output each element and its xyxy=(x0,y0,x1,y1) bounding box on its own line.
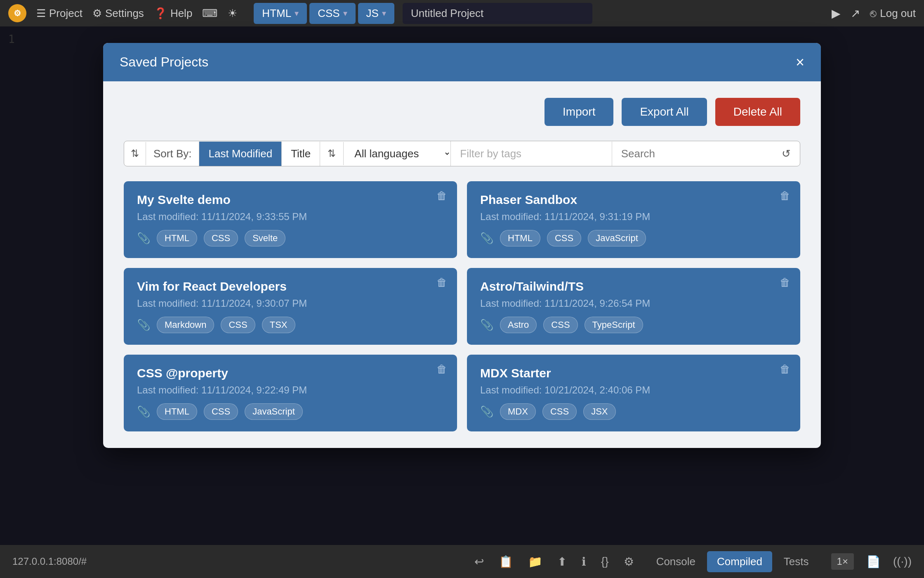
search-input[interactable] xyxy=(612,142,773,166)
project-footer: 📎 MarkdownCSSTSX xyxy=(137,317,444,333)
pin-icon[interactable]: 📎 xyxy=(137,319,150,332)
project-date: Last modified: 11/11/2024, 9:33:55 PM xyxy=(137,211,444,223)
theme-icon: ☀ xyxy=(228,7,237,20)
sort-icon: ⇅ xyxy=(124,142,146,165)
refresh-icon[interactable]: ↺ xyxy=(773,142,800,166)
tests-tab[interactable]: Tests xyxy=(774,551,819,572)
url-display: 127.0.0.1:8080/# xyxy=(12,556,87,567)
project-title: Vim for React Developers xyxy=(137,280,444,294)
project-tag: CSS xyxy=(204,230,238,246)
nav-project[interactable]: ☰ Project xyxy=(36,7,82,20)
nav-theme[interactable]: ☀ xyxy=(228,7,237,20)
modal-close-button[interactable]: × xyxy=(796,55,804,70)
modal-title: Saved Projects xyxy=(120,54,208,70)
project-title: Astro/Tailwind/TS xyxy=(480,280,787,294)
project-date: Last modified: 10/21/2024, 2:40:06 PM xyxy=(480,384,787,396)
project-delete-button[interactable]: 🗑 xyxy=(780,190,790,202)
modal-overlay: Saved Projects × Import Export All Delet… xyxy=(0,26,924,545)
css-tab-chevron: ▾ xyxy=(343,8,347,18)
project-tag: CSS xyxy=(221,317,255,333)
upload-icon[interactable]: ⬆ xyxy=(557,555,567,569)
page-icon[interactable]: 📄 xyxy=(866,555,881,569)
nav-translate[interactable]: ⌨ xyxy=(202,7,218,20)
js-tab[interactable]: JS ▾ xyxy=(358,3,394,24)
sort-title[interactable]: Title xyxy=(282,142,320,166)
export-all-button[interactable]: Export All xyxy=(622,98,707,126)
pin-icon[interactable]: 📎 xyxy=(480,319,493,332)
copy-icon[interactable]: 📋 xyxy=(499,555,513,569)
code-icon[interactable]: {} xyxy=(601,555,609,568)
import-button[interactable]: Import xyxy=(544,98,613,126)
nav-help[interactable]: ❓ Help xyxy=(154,7,192,20)
delete-all-button[interactable]: Delete All xyxy=(715,98,800,126)
undo-icon[interactable]: ↩ xyxy=(474,555,484,569)
project-tag: JavaScript xyxy=(245,403,303,420)
info-icon[interactable]: ℹ xyxy=(582,555,586,569)
project-delete-button[interactable]: 🗑 xyxy=(780,363,790,376)
filter-bar: ⇅ Sort By: Last Modified Title ⇅ All lan… xyxy=(124,141,800,166)
pin-icon[interactable]: 📎 xyxy=(137,405,150,418)
project-tag: JavaScript xyxy=(588,230,646,246)
project-tag: MDX xyxy=(500,403,536,420)
project-card[interactable]: 🗑 CSS @property Last modified: 11/11/202… xyxy=(124,355,457,431)
pin-icon[interactable]: 📎 xyxy=(480,405,493,418)
top-bar-right: ▶ ↗ ⎋ Log out xyxy=(832,7,916,20)
project-tag: TSX xyxy=(262,317,295,333)
project-delete-button[interactable]: 🗑 xyxy=(436,276,447,289)
pin-icon[interactable]: 📎 xyxy=(480,232,493,245)
project-card[interactable]: 🗑 MDX Starter Last modified: 10/21/2024,… xyxy=(467,355,800,431)
share-button[interactable]: ↗ xyxy=(851,7,860,20)
project-tag: Astro xyxy=(500,317,537,333)
project-footer: 📎 HTMLCSSJavaScript xyxy=(137,403,444,420)
html-tab-chevron: ▾ xyxy=(295,8,299,18)
project-tag: HTML xyxy=(157,230,197,246)
project-tag: CSS xyxy=(542,403,577,420)
top-bar-left: ⚙ ☰ Project ⚙ Settings ❓ Help ⌨ ☀ xyxy=(8,4,237,22)
top-bar: ⚙ ☰ Project ⚙ Settings ❓ Help ⌨ ☀ HTML ▾… xyxy=(0,0,924,26)
project-tag: Svelte xyxy=(245,230,285,246)
logout-button[interactable]: ⎋ Log out xyxy=(870,7,916,20)
sort-last-modified[interactable]: Last Modified xyxy=(199,142,282,166)
folder-icon[interactable]: 📁 xyxy=(528,555,542,569)
project-title-input[interactable] xyxy=(403,3,592,24)
multiplier-badge: 1× xyxy=(831,553,854,570)
project-tag: HTML xyxy=(500,230,540,246)
project-card[interactable]: 🗑 My Svelte demo Last modified: 11/11/20… xyxy=(124,181,457,258)
project-date: Last modified: 11/11/2024, 9:22:49 PM xyxy=(137,384,444,396)
project-footer: 📎 AstroCSSTypeScript xyxy=(480,317,787,333)
js-tab-chevron: ▾ xyxy=(382,8,386,18)
project-tag: TypeScript xyxy=(585,317,643,333)
language-filter[interactable]: All languages HTML CSS JavaScript TypeSc… xyxy=(344,141,451,166)
project-title: CSS @property xyxy=(137,366,444,380)
translate-icon: ⌨ xyxy=(202,7,218,20)
hamburger-icon: ☰ xyxy=(36,7,46,20)
project-card[interactable]: 🗑 Vim for React Developers Last modified… xyxy=(124,268,457,345)
bottom-bar: 127.0.0.1:8080/# ↩ 📋 📁 ⬆ ℹ {} ⚙ Console … xyxy=(0,545,924,578)
html-tab[interactable]: HTML ▾ xyxy=(254,3,307,24)
run-button[interactable]: ▶ xyxy=(832,7,841,20)
tags-filter-placeholder[interactable]: Filter by tags xyxy=(451,142,612,166)
project-delete-button[interactable]: 🗑 xyxy=(780,276,790,289)
project-tag: CSS xyxy=(547,230,581,246)
settings-icon[interactable]: ⚙ xyxy=(624,555,634,569)
project-tag: HTML xyxy=(157,403,197,420)
css-tab[interactable]: CSS ▾ xyxy=(309,3,355,24)
swap-sort-icon[interactable]: ⇅ xyxy=(320,142,344,165)
saved-projects-modal: Saved Projects × Import Export All Delet… xyxy=(103,43,821,448)
project-delete-button[interactable]: 🗑 xyxy=(436,190,447,202)
console-tab[interactable]: Console xyxy=(646,551,705,572)
project-delete-button[interactable]: 🗑 xyxy=(436,363,447,376)
logo[interactable]: ⚙ xyxy=(8,4,26,22)
project-tag: CSS xyxy=(543,317,578,333)
project-date: Last modified: 11/11/2024, 9:30:07 PM xyxy=(137,298,444,309)
project-card[interactable]: 🗑 Phaser Sandbox Last modified: 11/11/20… xyxy=(467,181,800,258)
project-tag: Markdown xyxy=(157,317,214,333)
broadcast-icon[interactable]: ((·)) xyxy=(893,555,912,568)
compiled-tab[interactable]: Compiled xyxy=(707,551,772,572)
project-card[interactable]: 🗑 Astro/Tailwind/TS Last modified: 11/11… xyxy=(467,268,800,345)
pin-icon[interactable]: 📎 xyxy=(137,232,150,245)
projects-grid: 🗑 My Svelte demo Last modified: 11/11/20… xyxy=(124,181,800,431)
nav-settings[interactable]: ⚙ Settings xyxy=(92,7,144,20)
modal-header: Saved Projects × xyxy=(103,43,821,81)
project-footer: 📎 HTMLCSSJavaScript xyxy=(480,230,787,246)
